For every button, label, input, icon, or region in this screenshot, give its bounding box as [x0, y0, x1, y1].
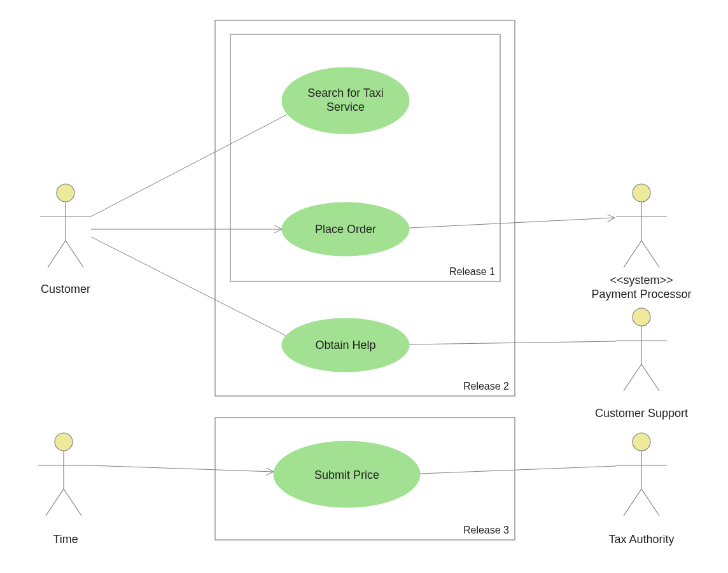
- svg-line-20: [624, 241, 641, 267]
- svg-point-7: [57, 184, 74, 202]
- usecase-search-taxi: Search for Taxi Service: [282, 67, 409, 134]
- usecase-search-taxi-label-1: Search for Taxi: [307, 87, 384, 99]
- actor-customer-label: Customer: [41, 283, 90, 295]
- svg-line-30: [624, 489, 641, 516]
- actor-customer-support: Customer Support: [595, 308, 688, 420]
- actor-payment-processor-stereotype: <<system>>: [610, 274, 673, 286]
- release2-label: Release 2: [463, 381, 509, 392]
- release1-label: Release 1: [449, 266, 495, 277]
- release3-label: Release 3: [463, 525, 509, 535]
- actor-payment-processor: <<system>> Payment Processor: [591, 184, 691, 301]
- usecase-submit-price-label: Submit Price: [314, 469, 379, 481]
- svg-line-25: [624, 364, 641, 391]
- svg-line-21: [641, 241, 659, 267]
- svg-point-27: [633, 433, 650, 451]
- use-case-diagram: Release 2 Release 1 Release 3 Search for…: [0, 0, 728, 573]
- svg-point-22: [633, 308, 650, 326]
- usecase-obtain-help: Obtain Help: [282, 318, 409, 372]
- svg-line-31: [641, 489, 659, 516]
- actor-tax-authority: Tax Authority: [608, 433, 674, 546]
- actor-customer: Customer: [40, 184, 91, 295]
- svg-point-12: [55, 433, 73, 451]
- usecase-place-order-label: Place Order: [315, 223, 376, 236]
- usecase-search-taxi-label-2: Service: [326, 101, 365, 113]
- usecase-obtain-help-label: Obtain Help: [315, 339, 375, 351]
- edge-place-order-payment: [409, 218, 615, 228]
- svg-line-16: [64, 489, 81, 516]
- edge-submit-price-tax: [420, 466, 616, 474]
- svg-line-26: [641, 364, 659, 391]
- usecase-submit-price: Submit Price: [274, 441, 420, 507]
- svg-point-17: [633, 184, 650, 202]
- actor-time-label: Time: [53, 533, 78, 546]
- actor-customer-support-label: Customer Support: [595, 407, 688, 420]
- actor-tax-authority-label: Tax Authority: [608, 533, 674, 546]
- actor-payment-processor-label: Payment Processor: [591, 288, 691, 301]
- svg-line-15: [46, 489, 64, 516]
- edge-obtain-help-support: [409, 341, 616, 344]
- svg-line-10: [48, 241, 66, 267]
- edge-customer-obtain-help: [91, 237, 286, 336]
- usecase-place-order: Place Order: [282, 202, 409, 256]
- actor-time: Time: [38, 433, 89, 546]
- edge-time-submit-price: [89, 465, 274, 472]
- svg-line-11: [66, 241, 83, 267]
- edge-customer-search: [91, 115, 287, 216]
